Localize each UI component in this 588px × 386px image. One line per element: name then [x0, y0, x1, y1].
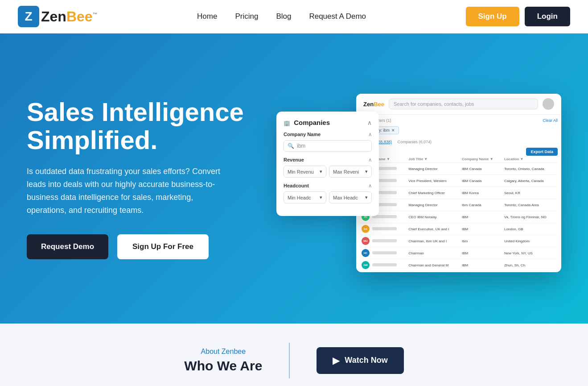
headcount-section: Headcount ∧ Min Headc▾ Max Headc▾ — [284, 183, 372, 203]
company-name-label: Company Name ∧ — [284, 132, 372, 137]
filter-card: 🏢 Companies ∧ Company Name ∧ 🔍 ibm Reven… — [276, 112, 379, 216]
company-name-section: Company Name ∧ 🔍 ibm — [284, 132, 372, 152]
hero-description: Is outdated data frustrating your sales … — [27, 165, 232, 216]
about-label: About Zenbee — [184, 348, 262, 356]
logo[interactable]: Z ZenBee™ — [18, 6, 98, 27]
revenue-section: Revenue ∧ Min Revenu▾ Max Reveni▾ — [284, 157, 372, 178]
table-row: JG CEO IBM Norway IBM Vk, Troms og Finnm… — [360, 211, 558, 223]
nav-blog[interactable]: Blog — [276, 12, 291, 21]
revenue-selects: Min Revenu▾ Max Reveni▾ — [284, 166, 372, 178]
table-row: JO Managing Director Ibm Canada Toronto,… — [360, 199, 558, 211]
filter-chevron-icon[interactable]: ∧ — [367, 119, 372, 126]
db-logo: ZenBee — [363, 101, 384, 108]
min-headcount-select[interactable]: Min Headc▾ — [284, 191, 326, 203]
hero-right: ZenBee Search for companies, contacts, j… — [259, 85, 561, 272]
nav-signup-button[interactable]: Sign Up — [466, 7, 519, 26]
company-search-input[interactable]: 🔍 ibm — [284, 140, 372, 152]
about-title: Who We Are — [184, 358, 262, 374]
nav-links: Home Pricing Blog Request A Demo — [197, 12, 366, 21]
table-row: JD Vice President, Western IBM Canada Ca… — [360, 175, 558, 187]
col-job-title: Job Title ▼ — [407, 156, 460, 163]
max-revenue-select[interactable]: Max Reveni▾ — [329, 166, 372, 178]
navbar: Z ZenBee™ Home Pricing Blog Request A De… — [0, 0, 588, 33]
col-company-name: Company Name ▼ — [460, 156, 502, 163]
nav-request-demo[interactable]: Request A Demo — [309, 12, 366, 21]
export-data-button[interactable]: Export Data — [526, 148, 558, 156]
about-divider — [289, 343, 290, 378]
request-demo-button[interactable]: Request Demo — [27, 234, 108, 259]
filter-card-title-row: 🏢 Companies ∧ — [284, 119, 372, 126]
table-row: SA Chief Executive, UK and I IBM London,… — [360, 223, 558, 235]
revenue-label: Revenue ∧ — [284, 157, 372, 163]
table-row: HC Chairman IBM New York, NY, US — [360, 247, 558, 259]
headcount-label: Headcount ∧ — [284, 183, 372, 189]
dashboard-search[interactable]: Search for companies, contacts, jobs — [389, 99, 538, 109]
logo-icon: Z — [18, 6, 39, 27]
video-icon: ▶ — [333, 355, 339, 366]
dashboard-header: ZenBee Search for companies, contacts, j… — [356, 94, 561, 115]
db-avatar — [543, 98, 554, 110]
nav-home[interactable]: Home — [197, 12, 217, 21]
contact-companies-count: Contact (555,838) Companies (6,074) — [360, 137, 558, 145]
contacts-table: Contact Name ▼ Job Title ▼ Company Name … — [360, 156, 558, 271]
hero-section: Sales Intelligence Simplified. Is outdat… — [0, 33, 588, 324]
search-icon: 🔍 — [288, 143, 294, 149]
min-revenue-select[interactable]: Min Revenu▾ — [284, 166, 326, 178]
signup-free-button[interactable]: Sign Up For Free — [117, 234, 209, 259]
dashboard-main: Applied Filters (1) Clear All Company: i… — [356, 115, 561, 272]
watch-now-button[interactable]: ▶ Watch Now — [317, 347, 403, 374]
applied-filters: Applied Filters (1) Clear All — [360, 118, 558, 123]
hero-title: Sales Intelligence Simplified. — [27, 98, 259, 155]
dashboard-body: Applied Filters (1) Clear All Company: i… — [356, 115, 561, 272]
about-left: About Zenbee Who We Are — [184, 348, 262, 374]
max-headcount-select[interactable]: Max Headc▾ — [329, 191, 372, 203]
table-row: MH Chairman, Ibm UK and I Ibm United Kin… — [360, 235, 558, 247]
table-row: WM Chief Marketing Officer IBM Korea Seo… — [360, 187, 558, 199]
nav-pricing[interactable]: Pricing — [235, 12, 258, 21]
filter-card-title: 🏢 Companies — [284, 119, 330, 126]
table-row: GM Chairman and General M IBM Zhun, Sh, … — [360, 259, 558, 271]
headcount-selects: Min Headc▾ Max Headc▾ — [284, 191, 372, 203]
nav-login-button[interactable]: Login — [525, 7, 570, 26]
hero-left: Sales Intelligence Simplified. Is outdat… — [27, 98, 259, 260]
table-row: RO Managing Director IBM Canada Toronto,… — [360, 163, 558, 175]
dashboard-card: ZenBee Search for companies, contacts, j… — [356, 94, 561, 272]
about-section: About Zenbee Who We Are ▶ Watch Now — [0, 324, 588, 386]
hero-buttons: Request Demo Sign Up For Free — [27, 234, 259, 259]
nav-buttons: Sign Up Login — [466, 7, 570, 26]
col-location: Location ▼ — [502, 156, 558, 163]
logo-text: ZenBee™ — [41, 8, 98, 25]
